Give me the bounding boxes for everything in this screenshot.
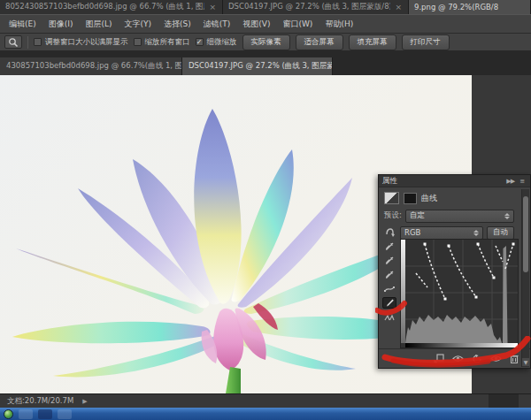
taskbar-app-icon[interactable] [19, 409, 33, 419]
print-size-button[interactable]: 打印尺寸 [402, 34, 450, 50]
document-tab-2-label: DSC04197.JPG @ 27.2% (曲线 3, 图层蒙版/8) * [189, 61, 333, 72]
menu-select[interactable]: 选择(S) [158, 16, 198, 33]
window-resize-grip[interactable] [489, 394, 519, 409]
select-arrows-icon [504, 213, 510, 219]
menu-filter[interactable]: 滤镜(T) [198, 16, 238, 33]
panel-menu-icon[interactable]: ≡ [517, 178, 527, 185]
checkbox-icon [34, 38, 42, 46]
resize-windows-label: 调整窗口大小以满屏显示 [45, 37, 128, 48]
tool-options-bar: 调整窗口大小以满屏显示 缩放所有窗口 ✓ 细微缩放 实际像素 适合屏幕 填充屏幕… [0, 34, 531, 51]
menu-edit[interactable]: 编辑(E) [4, 16, 43, 33]
menu-help[interactable]: 帮助(H) [319, 16, 360, 33]
delete-adjustment-trash-icon[interactable] [510, 354, 519, 363]
adjustment-type-label: 曲线 [421, 193, 437, 204]
top-tab-3[interactable]: 9.png @ 79.2%(RGB/8 [409, 0, 531, 14]
divider [27, 36, 28, 49]
curve-tools-column [381, 241, 398, 347]
panel-scrollbar[interactable]: ▼ [521, 189, 529, 367]
top-tab-bar: 8052430857103befbd0d698.jpg @ 66.7% (曲线 … [0, 0, 531, 14]
checkbox-checked-icon: ✓ [196, 38, 204, 46]
scrubby-zoom-label: 细微缩放 [207, 37, 237, 48]
top-tab-1-label: 8052430857103befbd0d698.jpg @ 66.7% (曲线 … [5, 2, 204, 12]
checkbox-icon [134, 38, 142, 46]
targeted-adjustment-icon[interactable] [384, 227, 396, 238]
preset-select[interactable]: 自定 [405, 210, 514, 223]
start-button-icon[interactable] [4, 409, 13, 419]
menu-window[interactable]: 窗口(W) [277, 16, 319, 33]
output-gradient-bar [401, 240, 405, 343]
taskbar-app-icon[interactable] [58, 409, 72, 419]
workspace: 属性 ▶▶ ≡ 曲线 预设: 自定 [0, 75, 531, 393]
channel-select[interactable]: RGB [400, 226, 483, 240]
previous-state-eye-icon[interactable] [452, 355, 464, 363]
taskbar-app-icon[interactable] [38, 409, 52, 419]
panel-footer [379, 348, 530, 368]
edit-points-tool-icon[interactable] [382, 283, 396, 294]
status-expander-icon[interactable]: ▶ [82, 398, 87, 405]
document-tab-bar: 430857103befbd0d698.jpg @ 66.7%(曲线 1, 图层… [0, 51, 531, 75]
fill-screen-button[interactable]: 填充屏幕 [349, 34, 396, 50]
gray-point-eyedropper-icon[interactable] [382, 255, 396, 266]
curve-line[interactable] [416, 244, 513, 299]
curve-grid[interactable] [400, 239, 519, 348]
preset-label: 预设: [384, 210, 402, 221]
smooth-curve-icon[interactable] [382, 311, 396, 323]
curve-plot [401, 240, 518, 347]
input-gradient-bar [405, 343, 518, 347]
top-tab-3-label: 9.png @ 79.2%(RGB/8 [414, 3, 498, 11]
menu-image[interactable]: 图像(I) [43, 16, 81, 33]
scrubby-zoom-checkbox[interactable]: ✓ 细微缩放 [196, 37, 237, 48]
black-point-eyedropper-icon[interactable] [382, 241, 396, 252]
scrollbar-thumb[interactable] [523, 196, 528, 272]
preset-value: 自定 [410, 210, 425, 221]
document-tab-1[interactable]: 430857103befbd0d698.jpg @ 66.7%(曲线 1, 图层… [0, 57, 182, 75]
document-size-status: 文档:20.7M/20.7M [7, 396, 73, 407]
properties-panel-header[interactable]: 属性 ▶▶ ≡ [379, 175, 530, 187]
panel-title: 属性 [382, 176, 397, 187]
curve-points[interactable] [424, 243, 515, 301]
close-icon[interactable]: × [394, 3, 403, 11]
top-tab-2[interactable]: DSC04197.JPG @ 27.2% (曲线 3, 图层蒙版/8) × [223, 0, 409, 14]
curves-adjustment-icon[interactable] [384, 192, 399, 204]
reset-adjustment-icon[interactable] [472, 355, 482, 363]
menu-layer[interactable]: 图层(L) [80, 16, 119, 33]
menu-view[interactable]: 视图(V) [237, 16, 277, 33]
preset-row: 预设: 自定 [379, 209, 519, 223]
collapse-panel-icon[interactable]: ▶▶ [504, 178, 517, 185]
document-tab-2[interactable]: DSC04197.JPG @ 27.2% (曲线 3, 图层蒙版/8) * × [182, 57, 333, 75]
document-tab-1-label: 430857103befbd0d698.jpg @ 66.7%(曲线 1, 图层… [6, 61, 182, 72]
menu-bar: 编辑(E) 图像(I) 图层(L) 文字(Y) 选择(S) 滤镜(T) 视图(V… [0, 14, 531, 34]
zoom-all-windows-checkbox[interactable]: 缩放所有窗口 [134, 37, 190, 48]
clip-to-layer-icon[interactable] [434, 354, 444, 363]
channel-row: RGB 自动 [379, 225, 519, 240]
select-arrows-icon [473, 230, 479, 236]
actual-pixels-button[interactable]: 实际像素 [242, 34, 290, 50]
adjustment-type-row: 曲线 [379, 189, 519, 207]
draw-curve-pencil-icon[interactable] [382, 297, 396, 309]
layer-mask-thumbnail[interactable] [404, 193, 417, 204]
fit-screen-button[interactable]: 适合屏幕 [296, 34, 343, 50]
white-point-eyedropper-icon[interactable] [382, 269, 396, 280]
menu-type[interactable]: 文字(Y) [119, 16, 158, 33]
properties-panel: 属性 ▶▶ ≡ 曲线 预设: 自定 [378, 174, 531, 369]
close-icon[interactable]: × [208, 3, 217, 11]
top-tab-2-label: DSC04197.JPG @ 27.2% (曲线 3, 图层蒙版/8) [228, 2, 390, 12]
channel-value: RGB [404, 228, 420, 237]
zoom-tool-icon[interactable] [4, 35, 22, 49]
scroll-down-arrow-icon[interactable]: ▼ [522, 358, 529, 366]
toggle-visibility-eye-icon[interactable] [490, 355, 502, 363]
status-bar: 文档:20.7M/20.7M ▶ [0, 393, 531, 408]
zoom-all-windows-label: 缩放所有窗口 [145, 37, 190, 48]
auto-button[interactable]: 自动 [487, 226, 514, 240]
top-tab-1[interactable]: 8052430857103befbd0d698.jpg @ 66.7% (曲线 … [0, 0, 223, 14]
windows-taskbar [0, 408, 531, 420]
magnifier-icon [8, 37, 19, 48]
photoshop-window: 8052430857103befbd0d698.jpg @ 66.7% (曲线 … [0, 0, 531, 420]
resize-windows-checkbox[interactable]: 调整窗口大小以满屏显示 [34, 37, 128, 48]
flower-petals [12, 109, 423, 393]
